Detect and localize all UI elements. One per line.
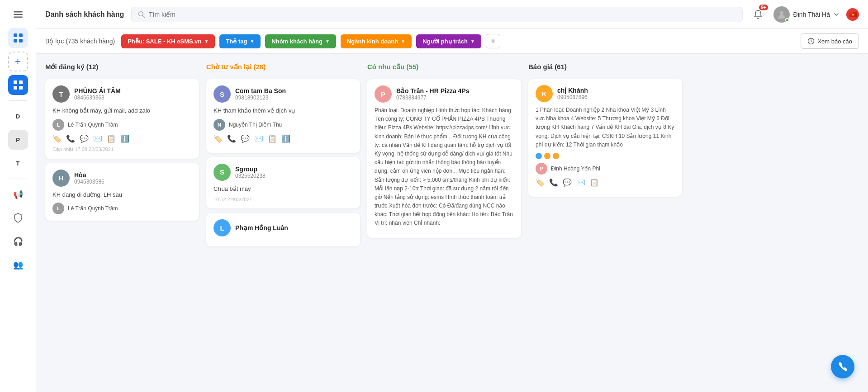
chevron-down-icon: ▼	[325, 39, 330, 44]
svg-rect-7	[14, 80, 17, 84]
topbar: Danh sách khách hàng 9+	[36, 0, 868, 29]
note-icon[interactable]: 📋	[590, 178, 599, 187]
email-icon[interactable]: ✉️	[576, 178, 585, 187]
svg-rect-6	[19, 39, 23, 43]
column-waiting-header: Chờ tư vấn lại (28)	[206, 61, 360, 75]
customer-name: Hòa	[74, 171, 104, 179]
info-icon[interactable]: ℹ️	[120, 134, 129, 143]
card-phuong-ai-tam[interactable]: T PHÙNG ÁI TÂM 0846639363 KH không bắt m…	[45, 79, 199, 159]
filter-bar: Bộ lọc (735 khách hàng) Phễu: SALE - KH …	[36, 29, 868, 54]
card-bao-tran[interactable]: P Bảo Trân - HR Pizza 4Ps 0783884977 Phâ…	[367, 79, 521, 238]
card-pham-hong-luan[interactable]: L Phạm Hồng Luân	[206, 213, 360, 246]
customer-phone: 0783884977	[396, 94, 469, 101]
filter-tag-label: Thẻ tag	[226, 38, 247, 45]
card-header: P Bảo Trân - HR Pizza 4Ps 0783884977	[375, 85, 514, 103]
phone-icon[interactable]: 📞	[227, 134, 236, 143]
chevron-down-icon: ▼	[401, 39, 405, 44]
card-header: K chị Khánh 0905067896	[536, 85, 675, 102]
card-header: T PHÙNG ÁI TÂM 0846639363	[52, 85, 192, 103]
phone-icon[interactable]: 📞	[66, 134, 75, 143]
customer-name: Phạm Hồng Luân	[235, 224, 288, 231]
card-note: Chưa bắt máy	[213, 184, 353, 194]
card-actions: 🏷️ 📞 💬 ✉️ 📋	[536, 178, 675, 187]
sidebar-item-P[interactable]: P	[8, 130, 28, 150]
add-filter-button[interactable]: +	[486, 34, 500, 48]
svg-rect-2	[14, 17, 23, 18]
card-actions: 🏷️ 📞 💬 ✉️ 📋 ℹ️	[213, 134, 353, 143]
svg-rect-0	[14, 11, 23, 13]
sidebar-item-add[interactable]: +	[8, 52, 28, 71]
color-dots	[536, 153, 675, 159]
info-icon[interactable]: ℹ️	[281, 134, 290, 143]
tag-icon[interactable]: 🏷️	[52, 134, 62, 143]
card-actions: 🏷️ 📞 💬 ✉️ 📋 ℹ️	[52, 134, 192, 143]
tag-icon[interactable]: 🏷️	[213, 134, 223, 143]
card-info: Sgroup 0325520238	[235, 165, 266, 179]
sidebar-item-grid[interactable]	[8, 28, 28, 48]
filter-industry-button[interactable]: Ngành kinh doanh ▼	[341, 34, 412, 48]
tag-icon[interactable]: 🏷️	[536, 178, 545, 187]
card-note: KH đang đi đường, LH sau	[52, 190, 192, 199]
sidebar-item-menu[interactable]	[8, 5, 28, 24]
customer-phone: 0325520238	[235, 173, 266, 179]
status-dot	[785, 18, 789, 22]
sidebar-item-table[interactable]	[8, 75, 28, 95]
search-icon	[138, 11, 145, 18]
filter-funnel-button[interactable]: Phễu: SALE - KH eSMS.vn ▼	[121, 34, 215, 48]
card-note: KH không bắt máy, gửi mail, add zalo	[52, 106, 192, 115]
card-chi-khanh[interactable]: K chị Khánh 0905067896 1 Phân loại: Doan…	[528, 79, 682, 197]
sidebar-item-D[interactable]: D	[8, 106, 28, 126]
card-sgroup[interactable]: S Sgroup 0325520238 Chưa bắt máy 10:52 2…	[206, 157, 360, 209]
color-dot-orange2	[553, 153, 559, 159]
notification-button[interactable]: 9+	[750, 6, 766, 23]
user-area[interactable]: Đinh Thái Hà	[773, 6, 839, 23]
sidebar-item-security[interactable]	[8, 208, 28, 228]
customer-phone: 0846639363	[74, 94, 121, 101]
card-hoa[interactable]: H Hòa 0945303586 KH đang đi đường, LH sa…	[45, 163, 199, 221]
avatar: H	[52, 170, 70, 187]
comment-icon[interactable]: 💬	[241, 134, 250, 143]
color-dot-blue	[536, 153, 542, 159]
column-need: Có nhu cầu (55) P Bảo Trân - HR Pizza 4P…	[367, 61, 521, 385]
email-icon[interactable]: ✉️	[254, 134, 263, 143]
filter-tag-button[interactable]: Thẻ tag ▼	[219, 34, 261, 48]
chevron-down-icon: ▼	[204, 39, 209, 44]
sidebar-item-headset[interactable]: 🎧	[8, 231, 28, 251]
user-name: Đinh Thái Hà	[793, 11, 830, 18]
main-area: Danh sách khách hàng 9+	[36, 0, 868, 392]
search-input[interactable]	[149, 11, 736, 18]
customer-name: PHÙNG ÁI TÂM	[74, 87, 121, 94]
sidebar-item-T[interactable]: T	[8, 153, 28, 173]
svg-rect-10	[19, 86, 23, 90]
card-com-tam-ba-son[interactable]: S Com tam Ba Son 09818902123 KH tham khả…	[206, 79, 360, 153]
sidebar-item-speaker[interactable]: 📢	[8, 184, 28, 204]
comment-icon[interactable]: 💬	[80, 134, 89, 143]
comment-icon[interactable]: 💬	[563, 178, 572, 187]
column-waiting: Chờ tư vấn lại (28) S Com tam Ba Son 098…	[206, 61, 360, 385]
filter-group-button[interactable]: Nhóm khách hàng ▼	[265, 34, 336, 48]
sidebar-divider-1	[9, 100, 27, 101]
email-icon[interactable]: ✉️	[93, 134, 102, 143]
filter-owner-button[interactable]: Người phụ trách ▼	[416, 34, 481, 48]
note-icon[interactable]: 📋	[107, 134, 116, 143]
card-info: Phạm Hồng Luân	[235, 224, 288, 231]
kanban-board: Mới đăng ký (12) T PHÙNG ÁI TÂM 08466393…	[36, 54, 868, 392]
sidebar-item-people[interactable]: 👥	[8, 255, 28, 275]
chevron-down-icon: ▼	[250, 39, 254, 44]
search-box[interactable]	[131, 7, 742, 22]
card-time: Cập nhật 17:08 22/03/2021	[52, 146, 192, 152]
avatar: T	[52, 85, 70, 103]
sidebar-divider-2	[9, 179, 27, 179]
svg-rect-3	[14, 33, 17, 37]
flag-icon: 🇻🇳	[846, 8, 859, 21]
report-button[interactable]: Xem báo cáo	[801, 33, 859, 49]
chevron-down-icon: ▼	[470, 39, 475, 44]
fab-call-button[interactable]	[831, 355, 854, 378]
card-header: S Com tam Ba Son 09818902123	[213, 85, 353, 103]
column-new: Mới đăng ký (12) T PHÙNG ÁI TÂM 08466393…	[45, 61, 199, 385]
assignee-name: Đinh Hoàng Yến Phi	[551, 165, 600, 172]
avatar	[773, 6, 790, 23]
phone-icon[interactable]: 📞	[549, 178, 558, 187]
note-icon[interactable]: 📋	[268, 134, 277, 143]
color-dot-orange1	[544, 153, 550, 159]
